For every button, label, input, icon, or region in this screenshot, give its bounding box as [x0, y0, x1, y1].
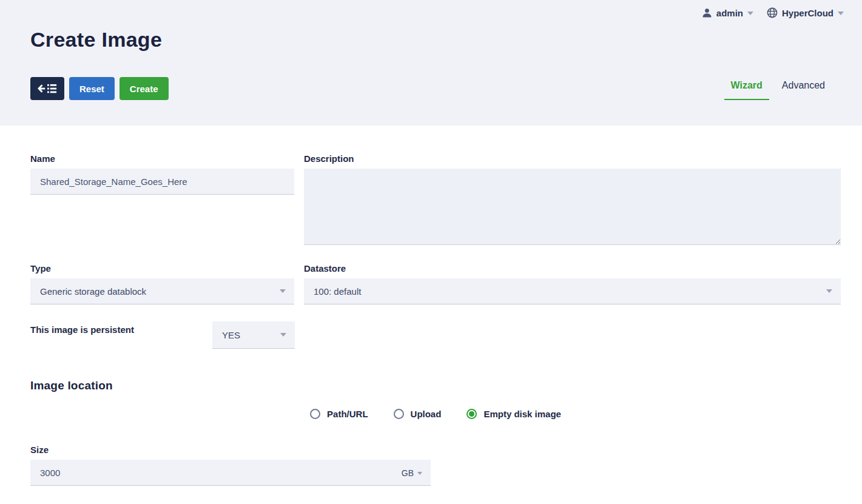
top-navigation: admin HyperCloud [702, 7, 844, 18]
user-menu[interactable]: admin [702, 8, 753, 18]
type-datastore-row: Type Generic storage datablock Datastore… [30, 263, 841, 304]
radio-upload-label: Upload [411, 409, 442, 419]
radio-icon [466, 409, 477, 419]
create-image-form: Name Description Type Generic storage da… [0, 126, 862, 486]
user-icon [702, 8, 712, 18]
size-field-group: Size GB [30, 445, 431, 486]
size-unit-value: GB [402, 468, 414, 478]
type-label: Type [30, 263, 294, 274]
chevron-down-icon [747, 12, 753, 15]
chevron-down-icon [280, 333, 286, 337]
tab-wizard[interactable]: Wizard [724, 80, 769, 100]
name-input[interactable] [30, 169, 294, 195]
back-to-list-icon [37, 82, 58, 95]
tab-advanced[interactable]: Advanced [775, 80, 832, 100]
image-location-options: Path/URL Upload Empty disk image [30, 409, 841, 419]
user-menu-label: admin [716, 8, 743, 18]
size-input[interactable] [30, 460, 431, 486]
page-header: admin HyperCloud Create Image [0, 0, 862, 126]
reset-button[interactable]: Reset [69, 77, 115, 100]
size-label: Size [30, 445, 431, 455]
chevron-down-icon [838, 12, 844, 15]
radio-empty-disk-image-label: Empty disk image [483, 409, 561, 419]
persistent-select-value: YES [222, 330, 240, 340]
radio-path-url-label: Path/URL [327, 409, 368, 419]
radio-path-url[interactable]: Path/URL [310, 409, 368, 419]
type-select[interactable]: Generic storage datablock [30, 278, 294, 304]
zone-menu[interactable]: HyperCloud [767, 7, 844, 18]
create-button[interactable]: Create [120, 77, 169, 100]
size-unit-select[interactable]: GB [402, 460, 422, 486]
view-tabs: Wizard Advanced [724, 80, 832, 100]
persistent-row: This image is persistent YES [30, 321, 841, 349]
image-location-heading: Image location [30, 379, 841, 392]
type-field-group: Type Generic storage datablock [30, 263, 294, 304]
radio-icon [310, 409, 320, 419]
description-textarea[interactable] [304, 169, 841, 245]
chevron-down-icon [280, 289, 286, 293]
name-label: Name [30, 153, 294, 164]
back-to-list-button[interactable] [30, 77, 64, 100]
radio-empty-disk-image[interactable]: Empty disk image [466, 409, 561, 419]
type-select-value: Generic storage datablock [40, 286, 146, 297]
datastore-select[interactable]: 100: default [304, 278, 841, 304]
toolbar: Reset Create Wizard Advanced [30, 77, 844, 100]
globe-icon [767, 7, 778, 18]
radio-icon [394, 409, 404, 419]
datastore-select-value: 100: default [314, 286, 361, 297]
zone-menu-label: HyperCloud [782, 8, 833, 18]
chevron-down-icon [417, 472, 422, 475]
datastore-label: Datastore [304, 263, 841, 274]
description-field-group: Description [304, 153, 841, 247]
action-buttons: Reset Create [30, 77, 169, 100]
create-image-page: admin HyperCloud Create Image [0, 0, 862, 504]
chevron-down-icon [826, 289, 832, 293]
persistent-label: This image is persistent [30, 321, 212, 335]
size-input-wrap: GB [30, 460, 431, 486]
radio-upload[interactable]: Upload [394, 409, 442, 419]
datastore-field-group: Datastore 100: default [304, 263, 841, 304]
description-label: Description [304, 153, 841, 164]
name-field-group: Name [30, 153, 294, 247]
persistent-select[interactable]: YES [212, 321, 295, 349]
name-description-row: Name Description [30, 153, 841, 247]
